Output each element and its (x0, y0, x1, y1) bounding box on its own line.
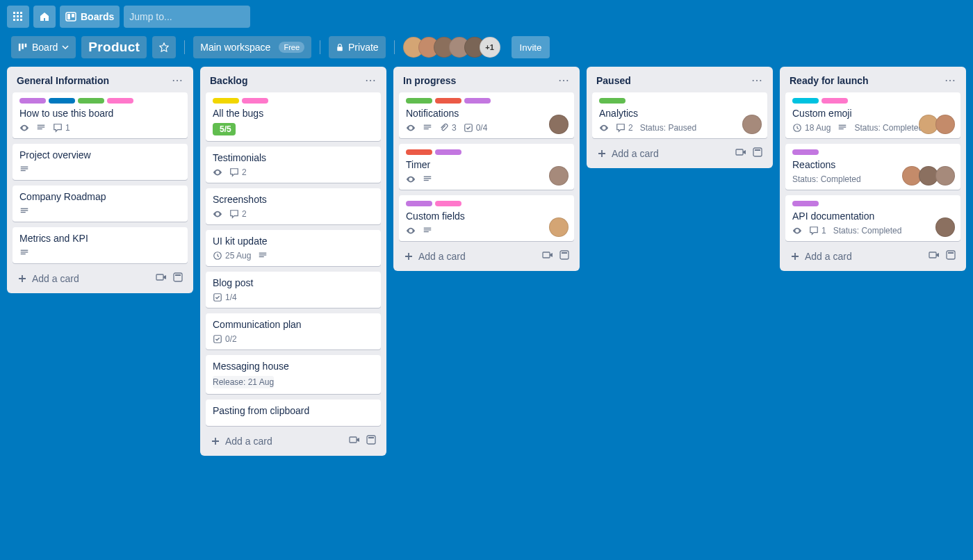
card[interactable]: UI kit update 25 Aug (206, 230, 381, 266)
board-view-button[interactable]: Board (11, 36, 76, 58)
status-badge: Status: Completed (833, 226, 902, 236)
avatar[interactable] (742, 115, 762, 134)
workspace-button[interactable]: Main workspaceFree (193, 36, 311, 58)
card-labels (19, 98, 181, 104)
card[interactable]: ReactionsStatus: Completed (785, 144, 960, 190)
list-title[interactable]: Backlog (210, 75, 247, 86)
label-purple[interactable] (792, 149, 819, 155)
list-menu-button[interactable]: ⋯ (751, 74, 763, 87)
search-input[interactable] (129, 11, 251, 22)
avatar[interactable] (549, 115, 569, 134)
card[interactable]: Custom emoji 18 AugStatus: Completed (785, 92, 960, 138)
label-purple[interactable] (792, 201, 819, 206)
comments-badge: 2 (229, 209, 247, 219)
svg-rect-2 (20, 12, 22, 14)
label-green[interactable] (78, 98, 104, 104)
label-blue[interactable] (49, 98, 75, 104)
add-card-button[interactable]: Add a card (790, 251, 852, 262)
add-card-button[interactable]: Add a card (403, 251, 466, 262)
card[interactable]: Project overview (13, 144, 188, 180)
list-title[interactable]: Ready for launch (790, 75, 869, 86)
list-title[interactable]: General Information (17, 75, 109, 86)
card-title: Custom fields (406, 211, 567, 222)
label-green[interactable] (599, 98, 626, 104)
label-red[interactable] (435, 98, 461, 104)
label-purple[interactable] (464, 98, 491, 104)
card[interactable]: Notifications 3 0/4 (399, 92, 574, 138)
label-purple[interactable] (435, 149, 461, 155)
card[interactable]: Blog post 1/4 (206, 272, 381, 308)
card[interactable]: Company Roadmap (13, 186, 188, 222)
release-badge: Release: 21 Aug (213, 376, 274, 388)
video-icon[interactable] (542, 249, 553, 263)
chevron-down-icon (62, 44, 69, 51)
card[interactable]: All the bugs 5/5 (206, 92, 381, 141)
add-card-button[interactable]: Add a card (17, 273, 79, 284)
label-pink[interactable] (435, 201, 461, 206)
list-menu-button[interactable]: ⋯ (558, 74, 570, 87)
status-badge: Status: Completed (854, 123, 923, 133)
add-card-button[interactable]: Add a card (210, 436, 272, 447)
template-icon[interactable] (752, 147, 763, 160)
avatar[interactable] (935, 217, 955, 237)
card[interactable]: Communication plan 0/2 (206, 313, 381, 349)
label-cyan[interactable] (792, 98, 819, 104)
member-avatars[interactable]: +1 (403, 37, 500, 58)
label-pink[interactable] (107, 98, 133, 104)
svg-rect-15 (22, 44, 24, 49)
card[interactable]: Analytics 2Status: Paused (592, 92, 767, 138)
list: In progress⋯Notifications 3 0/4TimerCust… (393, 67, 580, 271)
template-icon[interactable] (366, 434, 377, 447)
card[interactable]: API documentation 1Status: Completed (785, 195, 960, 241)
avatar[interactable] (549, 166, 569, 186)
boards-button[interactable]: Boards (60, 6, 120, 28)
card[interactable]: Pasting from clipboard (206, 400, 381, 426)
video-icon[interactable] (156, 272, 167, 285)
svg-rect-43 (424, 125, 432, 126)
watch-icon (213, 167, 222, 177)
avatar[interactable] (549, 217, 569, 237)
list-footer-icons (735, 147, 763, 160)
list-menu-button[interactable]: ⋯ (365, 74, 377, 87)
video-icon[interactable] (735, 147, 746, 160)
avatar[interactable] (935, 166, 955, 186)
label-pink[interactable] (242, 98, 268, 104)
template-icon[interactable] (945, 249, 956, 263)
avatar[interactable] (935, 115, 955, 134)
card[interactable]: Screenshots 2 (206, 188, 381, 224)
avatar-more[interactable]: +1 (480, 37, 500, 58)
invite-button[interactable]: Invite (512, 36, 550, 58)
apps-button[interactable] (7, 6, 29, 28)
free-badge: Free (279, 42, 304, 53)
label-red[interactable] (406, 149, 432, 155)
home-button[interactable] (33, 6, 56, 28)
list-menu-button[interactable]: ⋯ (945, 74, 956, 87)
list-menu-button[interactable]: ⋯ (172, 74, 183, 87)
video-icon[interactable] (349, 434, 360, 447)
list-title[interactable]: In progress (403, 75, 456, 86)
label-green[interactable] (406, 98, 432, 104)
svg-rect-35 (259, 253, 267, 254)
label-purple[interactable] (19, 98, 46, 104)
card[interactable]: Timer (399, 144, 574, 190)
template-icon[interactable] (559, 249, 570, 263)
visibility-button[interactable]: Private (329, 36, 386, 58)
card[interactable]: How to use this board 1 (13, 92, 188, 138)
card[interactable]: Messaging houseRelease: 21 Aug (206, 355, 381, 394)
card[interactable]: Custom fields (399, 195, 574, 241)
svg-rect-20 (38, 129, 42, 129)
list-title[interactable]: Paused (596, 75, 631, 86)
add-card-button[interactable]: Add a card (596, 148, 659, 159)
search-box[interactable] (124, 6, 250, 28)
card[interactable]: Testimonials 2 (206, 147, 381, 183)
video-icon[interactable] (929, 249, 940, 263)
label-pink[interactable] (821, 98, 848, 104)
board-name[interactable]: Product (81, 36, 147, 58)
svg-rect-52 (424, 231, 429, 232)
label-yellow[interactable] (213, 98, 239, 104)
star-button[interactable] (152, 36, 176, 58)
label-purple[interactable] (406, 201, 432, 206)
card[interactable]: Metrics and KPI (13, 227, 188, 263)
list: Paused⋯Analytics 2Status: PausedAdd a ca… (587, 67, 773, 168)
template-icon[interactable] (172, 272, 183, 285)
